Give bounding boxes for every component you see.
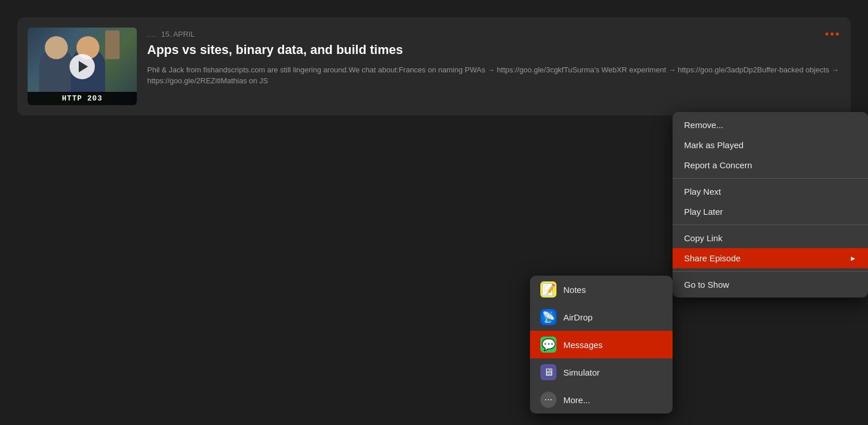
menu-item-play-next-label: Play Next: [684, 187, 721, 196]
submenu-item-more[interactable]: ⋯ More...: [530, 386, 673, 414]
dots-decoration: ....: [147, 31, 156, 38]
menu-item-share-episode[interactable]: Share Episode ►: [673, 248, 868, 268]
submenu-item-more-label: More...: [563, 395, 590, 405]
menu-item-play-later-label: Play Later: [684, 207, 723, 217]
person-left: [39, 48, 74, 94]
menu-item-share-episode-label: Share Episode: [684, 253, 740, 263]
date-text: 15. APRIL: [161, 30, 195, 38]
submenu-item-airdrop[interactable]: 📡 AirDrop: [530, 303, 673, 331]
episode-thumbnail[interactable]: HTTP 203: [28, 28, 137, 105]
menu-item-copy-link-label: Copy Link: [684, 233, 723, 243]
episode-title: Apps vs sites, binary data, and build ti…: [147, 42, 840, 59]
play-button-overlay[interactable]: [70, 54, 95, 79]
menu-item-mark-played-label: Mark as Played: [684, 140, 743, 150]
more-options-button[interactable]: •••: [825, 28, 840, 41]
menu-item-remove[interactable]: Remove...: [673, 115, 868, 135]
episode-date: .... 15. APRIL: [147, 30, 840, 38]
menu-item-report-concern[interactable]: Report a Concern: [673, 155, 868, 175]
messages-icon: 💬: [540, 337, 556, 353]
submenu-item-simulator-label: Simulator: [563, 368, 600, 377]
more-icon: ⋯: [540, 392, 556, 408]
context-menu-submenu: 📝 Notes 📡 AirDrop 💬 Messages 🖥 Simulator…: [530, 276, 673, 414]
menu-section-3: Copy Link Share Episode ►: [673, 225, 868, 271]
submenu-item-messages[interactable]: 💬 Messages: [530, 331, 673, 358]
context-menu-main: Remove... Mark as Played Report a Concer…: [673, 112, 868, 298]
submenu-arrow-icon: ►: [850, 254, 857, 262]
play-triangle-icon: [79, 61, 88, 72]
submenu-item-simulator[interactable]: 🖥 Simulator: [530, 358, 673, 386]
menu-section-2: Play Next Play Later: [673, 178, 868, 225]
airdrop-icon: 📡: [540, 309, 556, 325]
notes-icon: 📝: [540, 281, 556, 298]
menu-item-copy-link[interactable]: Copy Link: [673, 228, 868, 248]
menu-item-mark-played[interactable]: Mark as Played: [673, 135, 868, 155]
menu-item-play-later[interactable]: Play Later: [673, 202, 868, 222]
menu-section-1: Remove... Mark as Played Report a Concer…: [673, 112, 868, 178]
episode-info: .... 15. APRIL Apps vs sites, binary dat…: [147, 28, 840, 87]
thumbnail-label: HTTP 203: [28, 92, 137, 105]
submenu-item-messages-label: Messages: [563, 340, 602, 350]
submenu-item-notes-label: Notes: [563, 285, 586, 295]
simulator-icon: 🖥: [540, 364, 556, 380]
submenu-item-notes[interactable]: 📝 Notes: [530, 276, 673, 303]
submenu-item-airdrop-label: AirDrop: [563, 312, 593, 322]
menu-section-4: Go to Show: [673, 271, 868, 298]
menu-item-go-to-show[interactable]: Go to Show: [673, 275, 868, 295]
podcast-card: HTTP 203 .... 15. APRIL Apps vs sites, b…: [17, 17, 851, 115]
menu-item-report-concern-label: Report a Concern: [684, 160, 752, 170]
episode-description: Phil & Jack from fishandscripts.com are …: [147, 64, 840, 87]
bg-decoration: [105, 30, 120, 59]
menu-item-go-to-show-label: Go to Show: [684, 280, 729, 289]
menu-item-remove-label: Remove...: [684, 120, 723, 130]
menu-item-play-next[interactable]: Play Next: [673, 181, 868, 202]
